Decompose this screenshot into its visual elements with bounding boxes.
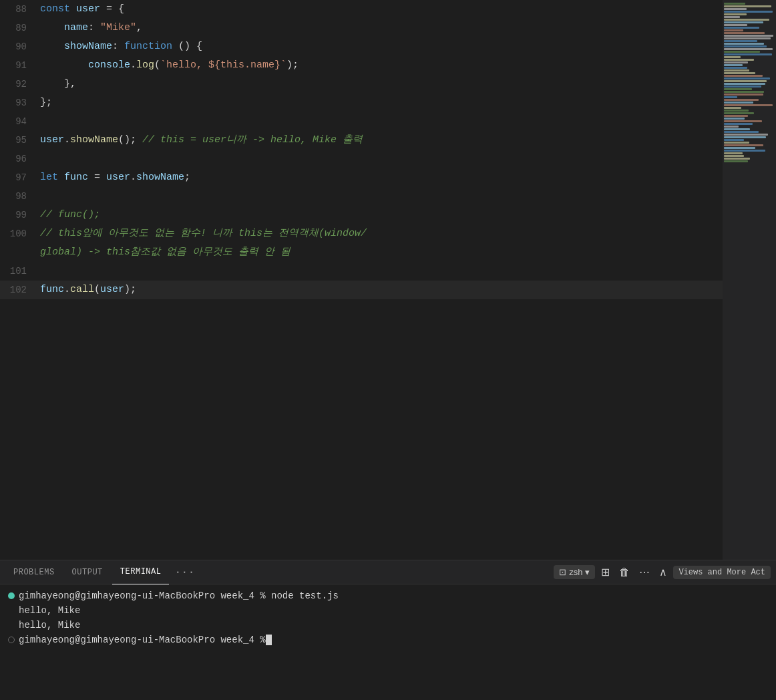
line-content [40, 112, 723, 131]
token: // [142, 134, 160, 146]
token: showName [70, 134, 118, 146]
table-row: 96 [0, 150, 723, 168]
token: call [70, 284, 94, 295]
token: = { [100, 3, 124, 15]
line-content: // this앞에 아무것도 없는 함수! 니까 this는 전역객체(wind… [40, 224, 723, 243]
terminal-actions: ⊡ zsh ▾ ⊞ 🗑 ⋯ ∧ Views and More Act [554, 564, 771, 580]
line-content: user.showName(); // this = user니까 -> hel… [40, 131, 723, 150]
token: `hello, ${this.name}` [160, 59, 286, 71]
line-content: }; [40, 94, 723, 112]
token: user [106, 172, 130, 183]
token: "Mike" [100, 22, 136, 33]
line-number: 98 [0, 187, 40, 206]
line-number: 99 [0, 206, 40, 224]
new-terminal-button[interactable]: ⊡ zsh ▾ [554, 565, 595, 579]
line-content: func.call(user); [40, 281, 723, 299]
line-number: 89 [0, 19, 40, 37]
line-content: const user = { [40, 0, 723, 19]
token: }; [40, 97, 52, 108]
token: func [64, 172, 88, 183]
line-content: name: "Mike", [40, 19, 723, 37]
token: }, [40, 78, 76, 90]
line-number: 95 [0, 131, 40, 150]
delete-terminal-button[interactable]: 🗑 [616, 564, 633, 580]
line-number: 102 [0, 281, 40, 299]
prompt-text: gimhayeong@gimhayeong-ui-MacBookPro week… [19, 633, 266, 647]
token: user [40, 134, 64, 146]
tab-problems[interactable]: PROBLEMS [5, 560, 63, 584]
token: : [88, 22, 100, 33]
token: ( [94, 284, 100, 295]
token: : [112, 41, 124, 52]
table-row: 99// func(); [0, 206, 723, 224]
editor-area: 88const user = {89 name: "Mike",90 showN… [0, 0, 776, 560]
terminal-tabs: PROBLEMS OUTPUT TERMINAL ··· ⊡ zsh ▾ ⊞ 🗑… [0, 560, 776, 584]
token: function [124, 41, 172, 52]
prompt-dot [8, 637, 15, 643]
cursor [266, 635, 272, 645]
line-number: 101 [0, 262, 40, 281]
views-more-label: Views and More Act [673, 566, 771, 579]
split-terminal-button[interactable]: ⊞ [598, 564, 613, 580]
table-row: 101 [0, 262, 723, 281]
line-number: 97 [0, 168, 40, 187]
token: // [40, 228, 58, 239]
table-row: 92 }, [0, 75, 723, 94]
table-row: 89 name: "Mike", [0, 19, 723, 37]
code-lines: 88const user = {89 name: "Mike",90 showN… [0, 0, 723, 299]
line-number: 96 [0, 150, 40, 168]
table-row: 100// this앞에 아무것도 없는 함수! 니까 this는 전역객체(w… [0, 224, 723, 243]
list-item: gimhayeong@gimhayeong-ui-MacBookPro week… [8, 633, 768, 647]
table-row: 88const user = { [0, 0, 723, 19]
table-row: 98 [0, 187, 723, 206]
output-text: hello, Mike [8, 603, 80, 618]
token: ); [124, 284, 136, 295]
token: const [40, 3, 76, 15]
token: . [130, 59, 136, 71]
token: log [136, 59, 154, 71]
token: console [40, 59, 130, 71]
line-content: showName: function () { [40, 37, 723, 56]
more-actions-button[interactable]: ⋯ [636, 564, 653, 580]
minimap [723, 0, 776, 560]
token: this = user니까 -> hello, Mike 출력 [160, 134, 363, 146]
line-content: let func = user.showName; [40, 168, 723, 187]
prompt-dot [8, 592, 15, 599]
terminal-icon: ⊡ [559, 567, 566, 577]
token: . [64, 134, 70, 146]
table-row: 94 [0, 112, 723, 131]
table-row: 97let func = user.showName; [0, 168, 723, 187]
table-row: 93}; [0, 94, 723, 112]
prompt-text: gimhayeong@gimhayeong-ui-MacBookPro week… [19, 588, 339, 603]
token: ); [286, 59, 299, 71]
token: func [40, 284, 64, 295]
tab-more[interactable]: ··· [170, 560, 198, 584]
token: name [40, 22, 88, 33]
line-number: 91 [0, 56, 40, 75]
table-row: 91 console.log(`hello, ${this.name}`); [0, 56, 723, 75]
tab-terminal[interactable]: TERMINAL [112, 560, 170, 584]
list-item: gimhayeong@gimhayeong-ui-MacBookPro week… [8, 588, 768, 603]
token: user [76, 3, 100, 15]
token: this앞에 아무것도 없는 함수! 니까 this는 전역객체(window/ [58, 228, 367, 239]
token: () { [172, 41, 202, 52]
maximize-panel-button[interactable]: ∧ [656, 564, 670, 580]
table-row: 102func.call(user); [0, 281, 723, 299]
list-item: hello, Mike [8, 618, 768, 633]
line-content [40, 262, 723, 281]
line-number: 92 [0, 75, 40, 94]
token: global) -> this참조값 없음 아무것도 출력 안 됨 [40, 246, 290, 258]
terminal-content[interactable]: gimhayeong@gimhayeong-ui-MacBookPro week… [0, 584, 776, 700]
line-number: 90 [0, 37, 40, 56]
line-content: console.log(`hello, ${this.name}`); [40, 56, 723, 75]
code-editor[interactable]: 88const user = {89 name: "Mike",90 showN… [0, 0, 723, 560]
line-content: }, [40, 75, 723, 94]
table-row: global) -> this참조값 없음 아무것도 출력 안 됨 [0, 243, 723, 262]
line-number: 94 [0, 112, 40, 131]
token: , [136, 22, 142, 33]
tab-output[interactable]: OUTPUT [64, 560, 111, 584]
terminal-panel: PROBLEMS OUTPUT TERMINAL ··· ⊡ zsh ▾ ⊞ 🗑… [0, 560, 776, 700]
token: showName [40, 41, 112, 52]
token: user [100, 284, 124, 295]
table-row: 95user.showName(); // this = user니까 -> h… [0, 131, 723, 150]
